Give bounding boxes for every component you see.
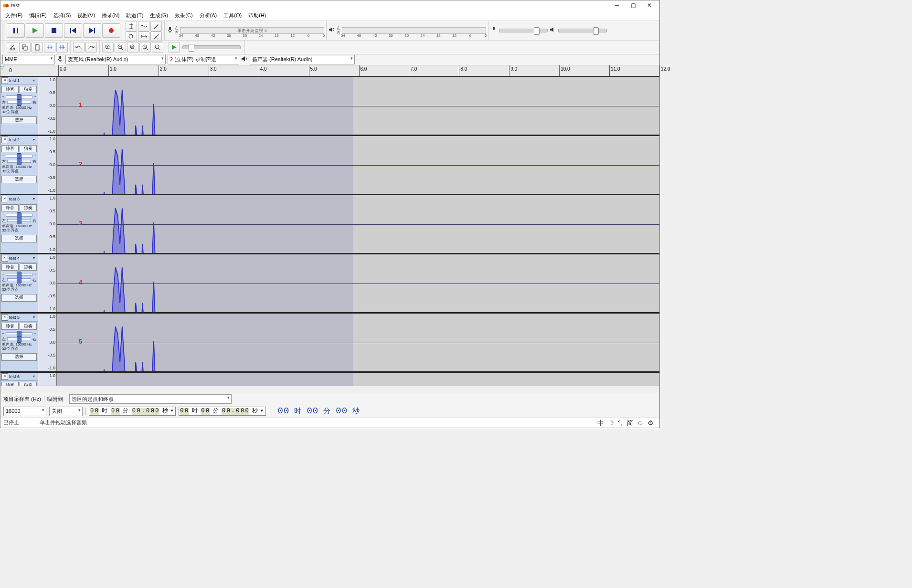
track-close-button[interactable]: ×	[1, 255, 8, 262]
play-button[interactable]	[26, 23, 44, 38]
play-at-speed-button[interactable]	[169, 42, 180, 52]
mute-button[interactable]: 静音	[1, 382, 19, 386]
record-button[interactable]	[102, 23, 120, 38]
audio-position[interactable]: 00 时 00 分 00 秒	[278, 406, 361, 417]
fit-selection-button[interactable]	[127, 42, 138, 52]
redo-button[interactable]	[85, 42, 97, 52]
track-menu-button[interactable]: ▾	[31, 256, 37, 261]
skip-start-button[interactable]	[64, 23, 82, 38]
vertical-scale[interactable]: 1.00.50.0-0.5-1.0	[38, 195, 57, 253]
menu-effect[interactable]: 效果(C)	[172, 11, 195, 20]
vertical-scale[interactable]: 1.00.50.0-0.5-1.0	[38, 314, 57, 371]
playback-device-select[interactable]: 扬声器 (Realtek(R) Audio)	[250, 55, 355, 64]
mute-button[interactable]: 静音	[1, 86, 19, 93]
selection-tool-button[interactable]	[126, 21, 137, 32]
menu-view[interactable]: 视图(V)	[74, 11, 98, 20]
waveform[interactable]: 2	[57, 136, 659, 194]
track-name[interactable]: test 4	[9, 256, 30, 261]
vertical-scale[interactable]: 1.00.50.0-0.5-1.0	[38, 136, 57, 194]
menu-help[interactable]: 帮助(H)	[245, 11, 269, 20]
recording-device-select[interactable]: 麦克风 (Realtek(R) Audio)	[65, 55, 166, 64]
selection-format-select[interactable]: 选区的起点和终点	[69, 394, 232, 404]
vertical-scale[interactable]: 1.00.50.0-0.5-1.0	[38, 77, 57, 135]
track-menu-button[interactable]: ▾	[31, 374, 37, 379]
gain-slider[interactable]	[6, 332, 33, 335]
minimize-button[interactable]: ─	[609, 0, 625, 11]
vertical-scale[interactable]: 1.00.50.0-0.5-1.0	[38, 373, 57, 386]
solo-button[interactable]: 独奏	[20, 323, 37, 330]
snap-select[interactable]: 关闭	[49, 407, 83, 416]
zoom-out-button[interactable]	[115, 42, 126, 52]
track-close-button[interactable]: ×	[1, 77, 8, 84]
track-menu-button[interactable]: ▾	[31, 197, 37, 201]
playback-volume-slider[interactable]	[558, 29, 607, 32]
menu-tools[interactable]: 工具(O)	[221, 11, 244, 20]
selection-end-time[interactable]: 00 时 00 分 00.000 秒▾	[179, 407, 265, 415]
waveform[interactable]: 3	[57, 195, 659, 253]
pause-button[interactable]	[7, 23, 25, 38]
gear-icon[interactable]: ⚙	[647, 419, 654, 427]
recording-meter[interactable]: 单击开始监视 4 -54-48-42-36-30-24-18-12-60	[180, 27, 324, 34]
recording-volume-slider[interactable]	[499, 29, 548, 32]
recording-channels-select[interactable]: 2 (立体声) 录制声道	[168, 55, 239, 64]
maximize-button[interactable]: ▢	[625, 0, 641, 11]
waveform[interactable]: 1	[57, 77, 659, 135]
track-close-button[interactable]: ×	[1, 373, 8, 380]
cut-button[interactable]	[7, 42, 18, 52]
timeline-ruler[interactable]: ▽ 0 0.01.02.03.04.05.06.07.08.09.010.011…	[0, 65, 659, 76]
track-collapse-button[interactable]: 选择	[1, 353, 37, 361]
gain-slider[interactable]	[6, 214, 33, 217]
audio-host-select[interactable]: MME	[2, 55, 55, 64]
track-collapse-button[interactable]: 选择	[1, 294, 37, 302]
waveform[interactable]: 5	[57, 314, 659, 371]
solo-button[interactable]: 独奏	[20, 86, 37, 93]
vertical-scale[interactable]: 1.00.50.0-0.5-1.0	[38, 254, 57, 312]
selection-start-time[interactable]: 00 时 00 分 00.000 秒▾	[89, 407, 176, 415]
trim-button[interactable]	[44, 42, 55, 52]
menu-transport[interactable]: 播录(N)	[99, 11, 122, 20]
playback-speed-slider[interactable]	[182, 45, 241, 49]
track-collapse-button[interactable]: 选择	[1, 176, 37, 183]
waveform[interactable]: 4	[57, 254, 659, 312]
waveform[interactable]: 6	[57, 373, 659, 386]
close-button[interactable]: ✕	[641, 0, 657, 11]
horizontal-scrollbar[interactable]	[0, 386, 659, 393]
menu-tracks[interactable]: 轨道(T)	[123, 11, 146, 20]
solo-button[interactable]: 独奏	[20, 263, 37, 271]
track-collapse-button[interactable]: 选择	[1, 116, 37, 124]
ime-simplified[interactable]: 简	[626, 419, 633, 427]
smile-icon[interactable]: ☺	[637, 419, 644, 427]
draw-tool-button[interactable]	[150, 21, 162, 32]
menu-edit[interactable]: 编辑(E)	[26, 11, 50, 20]
track-close-button[interactable]: ×	[1, 314, 8, 321]
stop-button[interactable]	[45, 23, 63, 38]
skip-end-button[interactable]	[83, 23, 101, 38]
sample-rate-select[interactable]: 16000	[3, 407, 46, 416]
track-name[interactable]: test 1	[9, 78, 30, 84]
gain-slider[interactable]	[6, 155, 33, 158]
pan-slider[interactable]	[7, 219, 31, 222]
track-close-button[interactable]: ×	[1, 136, 8, 143]
track-close-button[interactable]: ×	[1, 196, 8, 202]
envelope-tool-button[interactable]	[138, 21, 149, 32]
track-name[interactable]: test 3	[9, 197, 30, 202]
pan-slider[interactable]	[7, 278, 31, 281]
pan-slider[interactable]	[7, 337, 31, 340]
playback-meter[interactable]: -54-48-42-36-30-24-18-12-60	[342, 27, 486, 34]
undo-button[interactable]	[73, 42, 85, 52]
zoom-toggle-button[interactable]	[152, 42, 163, 52]
copy-button[interactable]	[19, 42, 31, 52]
track-name[interactable]: test 5	[9, 315, 30, 320]
track-name[interactable]: test 6	[9, 374, 30, 379]
mute-button[interactable]: 静音	[1, 323, 19, 330]
moon-icon[interactable]: ☽	[608, 419, 614, 427]
track-menu-button[interactable]: ▾	[31, 78, 37, 83]
fit-project-button[interactable]	[139, 42, 151, 52]
mute-button[interactable]: 静音	[1, 263, 19, 271]
menu-analyze[interactable]: 分析(A)	[197, 11, 220, 20]
pan-slider[interactable]	[7, 101, 31, 104]
menu-select[interactable]: 选择(S)	[51, 11, 74, 20]
tracks-area[interactable]: × test 1 ▾ 静音 独奏 −+ 左右 单声道, 16000 Hz32位 …	[0, 76, 659, 386]
menu-file[interactable]: 文件(F)	[2, 11, 25, 20]
solo-button[interactable]: 独奏	[20, 204, 37, 211]
